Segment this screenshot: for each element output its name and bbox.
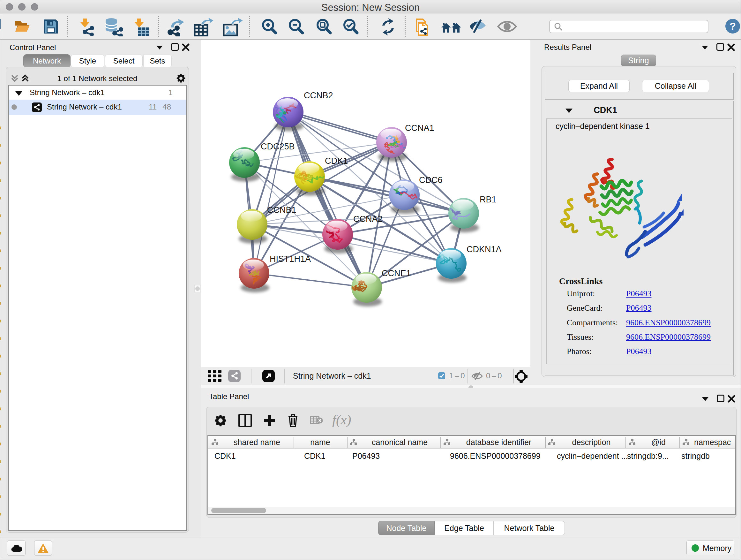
svg-text:CDC6: CDC6 — [419, 175, 443, 185]
svg-text:CDC25B: CDC25B — [261, 142, 295, 151]
svg-text:RB1: RB1 — [480, 195, 496, 204]
svg-text:HIST1H1A: HIST1H1A — [270, 254, 311, 264]
svg-text:CCNA1: CCNA1 — [405, 123, 434, 133]
svg-text:CDK1: CDK1 — [325, 156, 348, 166]
svg-text:CDKN1A: CDKN1A — [467, 245, 502, 254]
svg-text:?: ? — [730, 20, 736, 32]
svg-text:CCNB2: CCNB2 — [304, 91, 333, 100]
svg-text:CCNB1: CCNB1 — [267, 205, 296, 215]
svg-text:CCNA2: CCNA2 — [353, 214, 383, 224]
svg-text:CCNE1: CCNE1 — [382, 268, 411, 278]
